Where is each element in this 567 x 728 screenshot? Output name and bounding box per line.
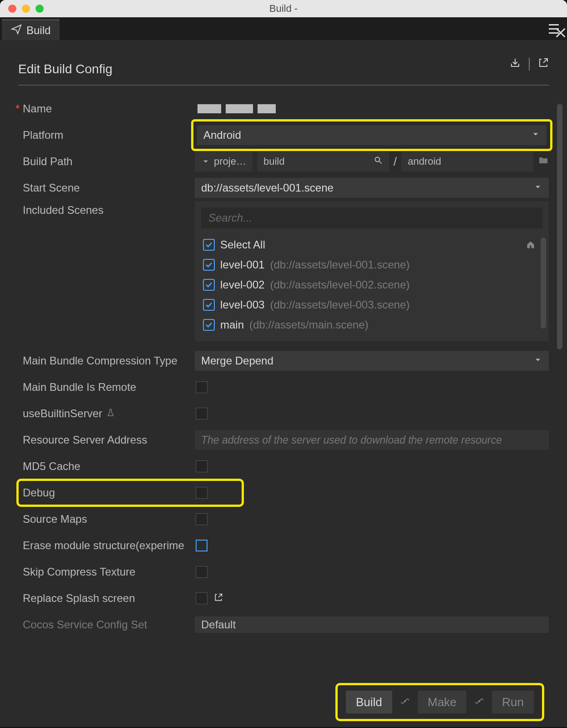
- label-cocos-config: Cocos Service Config Set: [18, 618, 191, 631]
- checkbox-debug[interactable]: [196, 487, 208, 499]
- build-path-dir2[interactable]: android: [401, 152, 533, 172]
- cocos-config-select[interactable]: Default: [195, 617, 549, 633]
- checkbox-erase[interactable]: [196, 540, 208, 551]
- label-build-path: Build Path: [18, 155, 191, 168]
- row-debug: Debug: [18, 480, 549, 506]
- row-platform: Platform Android: [18, 122, 549, 148]
- name-input[interactable]: [195, 99, 549, 119]
- traffic-lights: [8, 5, 44, 13]
- scene-item[interactable]: main (db://assets/main.scene): [201, 315, 542, 335]
- start-scene-select[interactable]: db://assets/level-001.scene: [195, 178, 549, 198]
- checkbox-select-all[interactable]: [203, 239, 215, 251]
- build-path-dir1-text: build: [263, 156, 284, 167]
- tabbar: Build: [0, 17, 567, 40]
- row-builtin-server: useBuiltinServer: [18, 400, 549, 427]
- start-scene-value: db://assets/level-001.scene: [201, 182, 334, 194]
- checkbox-scene[interactable]: [203, 319, 215, 331]
- footer-buttons-highlight: Build Make Run: [335, 683, 544, 721]
- checkbox-sourcemaps[interactable]: [196, 513, 208, 525]
- label-resource-server: Resource Server Address: [18, 434, 191, 446]
- maximize-window-button[interactable]: [35, 5, 44, 13]
- minimize-window-button[interactable]: [22, 5, 30, 13]
- row-build-path: Build Path proje… build / android: [18, 148, 549, 175]
- row-bundle-remote: Main Bundle Is Remote: [18, 374, 549, 400]
- scene-search-input[interactable]: [201, 207, 542, 228]
- cocos-config-value: Default: [201, 618, 236, 631]
- label-skip-compress: Skip Compress Texture: [18, 566, 191, 578]
- panel-header: Edit Build Config: [18, 54, 549, 86]
- close-window-button[interactable]: [8, 5, 16, 13]
- scene-select-all[interactable]: Select All: [201, 235, 542, 255]
- build-path-root-text: proje…: [214, 156, 246, 167]
- header-actions: [510, 57, 549, 71]
- panel-scrollbar[interactable]: [557, 104, 562, 349]
- label-platform: Platform: [18, 129, 191, 142]
- checkbox-scene[interactable]: [203, 259, 215, 271]
- label-replace-splash: Replace Splash screen: [18, 592, 191, 605]
- form: Name Platform Android: [18, 96, 549, 638]
- checkbox-scene[interactable]: [203, 299, 215, 311]
- label-md5: MD5 Cache: [18, 460, 191, 473]
- close-panel-button[interactable]: [552, 24, 567, 42]
- tab-label: Build: [26, 24, 51, 37]
- checkbox-skip-compress[interactable]: [196, 566, 208, 578]
- folder-icon[interactable]: [538, 155, 549, 168]
- scene-path: (db://assets/level-001.scene): [270, 258, 410, 271]
- row-name: Name: [18, 96, 549, 122]
- build-path-root[interactable]: proje…: [195, 152, 253, 172]
- link-icon[interactable]: [475, 696, 484, 708]
- export-icon[interactable]: [538, 57, 549, 71]
- compression-value: Merge Depend: [201, 354, 273, 367]
- search-icon[interactable]: [374, 156, 383, 167]
- make-button[interactable]: Make: [418, 691, 467, 713]
- panel-title: Edit Build Config: [18, 62, 112, 76]
- scene-name: level-003: [220, 298, 264, 311]
- row-cocos-config: Cocos Service Config Set Default: [18, 612, 549, 638]
- vertical-divider: [529, 58, 530, 71]
- link-icon[interactable]: [400, 696, 410, 708]
- label-name: Name: [18, 102, 191, 115]
- checkbox-bundle-remote[interactable]: [196, 381, 208, 393]
- checkbox-replace-splash[interactable]: [196, 592, 208, 604]
- select-all-label: Select All: [220, 238, 265, 251]
- home-icon[interactable]: [526, 239, 535, 252]
- row-erase: Erase module structure(experime: [18, 532, 549, 559]
- row-included-scenes: Included Scenes Select All: [18, 201, 549, 341]
- resource-server-input[interactable]: The address of the server used to downlo…: [195, 430, 549, 450]
- flask-icon: [106, 407, 115, 420]
- scenes-box: Select All level-001 (db://assets/level-…: [195, 201, 549, 341]
- scene-name: level-002: [220, 278, 264, 291]
- checkbox-builtin-server[interactable]: [196, 408, 208, 420]
- label-start-scene: Start Scene: [18, 182, 191, 194]
- row-md5: MD5 Cache: [18, 453, 549, 480]
- scenes-scrollbar[interactable]: [541, 238, 546, 329]
- row-replace-splash: Replace Splash screen: [18, 585, 549, 612]
- titlebar: Build -: [0, 0, 567, 17]
- run-button[interactable]: Run: [492, 691, 534, 713]
- scene-name: level-001: [220, 258, 264, 271]
- build-button[interactable]: Build: [346, 691, 392, 713]
- label-included-scenes: Included Scenes: [18, 201, 191, 217]
- build-path-dir2-text: android: [408, 156, 441, 167]
- scene-path: (db://assets/level-003.scene): [270, 298, 410, 311]
- label-bundle-remote: Main Bundle Is Remote: [18, 381, 191, 394]
- scene-name: main: [220, 318, 244, 331]
- scene-item[interactable]: level-003 (db://assets/level-003.scene): [201, 295, 542, 315]
- popout-icon[interactable]: [214, 592, 223, 605]
- chevron-down-icon: [533, 182, 542, 194]
- tab-build[interactable]: Build: [2, 19, 60, 40]
- row-sourcemaps: Source Maps: [18, 506, 549, 532]
- row-compression: Main Bundle Compression Type Merge Depen…: [18, 348, 549, 374]
- paper-plane-icon: [11, 24, 22, 37]
- scene-item[interactable]: level-001 (db://assets/level-001.scene): [201, 255, 542, 275]
- import-icon[interactable]: [510, 57, 521, 71]
- build-path-dir1[interactable]: build: [257, 152, 389, 172]
- footer: Build Make Run: [0, 677, 567, 727]
- platform-select[interactable]: Android: [197, 125, 547, 145]
- checkbox-scene[interactable]: [203, 279, 215, 291]
- panel-body: Edit Build Config Name: [0, 40, 567, 727]
- checkbox-md5[interactable]: [196, 460, 208, 472]
- scene-item[interactable]: level-002 (db://assets/level-002.scene): [201, 275, 542, 295]
- redacted-name: [197, 104, 276, 113]
- compression-select[interactable]: Merge Depend: [195, 351, 549, 371]
